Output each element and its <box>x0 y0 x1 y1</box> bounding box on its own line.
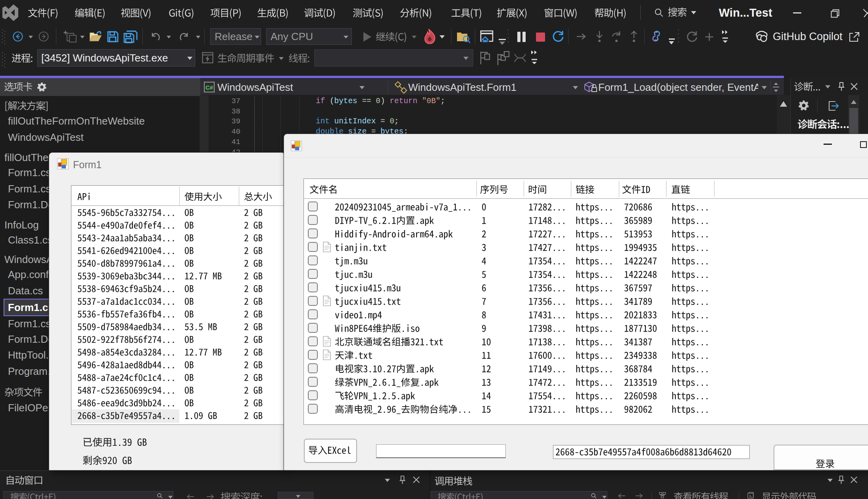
svg-text:C#: C# <box>205 84 213 91</box>
